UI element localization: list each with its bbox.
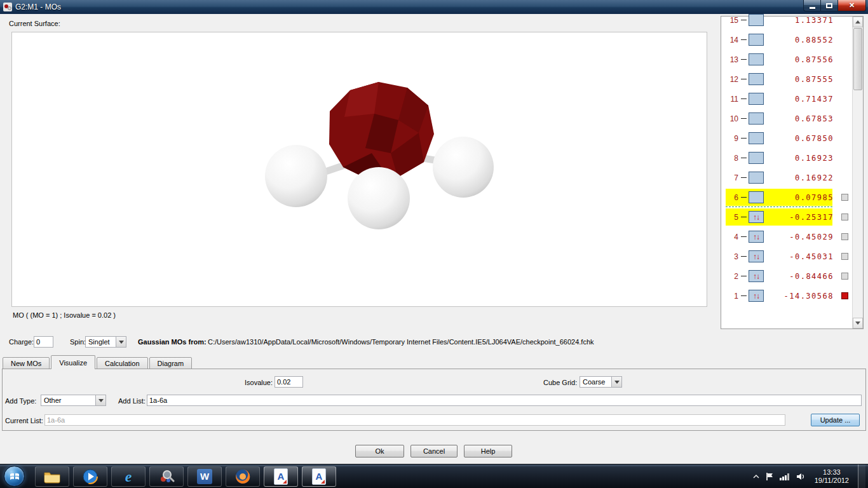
mo-row[interactable]: 2↑↓-0.84466 [721, 266, 852, 286]
mo-virtual-box[interactable] [749, 14, 764, 26]
mo-row[interactable]: 60.07985 [721, 187, 852, 207]
mo-scrollbar[interactable] [852, 17, 863, 329]
electron-pair-icon: ↑↓ [753, 214, 759, 221]
taskbar-item-utility[interactable] [149, 466, 184, 487]
taskbar-clock[interactable]: 13:33 19/11/2012 [815, 468, 849, 485]
mo-checkbox[interactable] [841, 292, 848, 299]
mo-virtual-box[interactable] [749, 191, 764, 203]
tab-calculation[interactable]: Calculation [97, 357, 147, 369]
taskbar-item-word[interactable]: W [187, 466, 222, 487]
mo-virtual-box[interactable] [749, 172, 764, 184]
chevron-down-icon [95, 395, 105, 405]
current-list-input[interactable] [44, 414, 785, 426]
mo-energy-value: 0.67850 [768, 134, 834, 143]
mo-virtual-box[interactable] [749, 112, 764, 125]
mo-occupied-box[interactable]: ↑↓ [749, 270, 764, 282]
charge-input[interactable] [34, 336, 53, 348]
help-button[interactable]: Help [464, 445, 512, 458]
mos-source-path: C:/Users/aw1310/AppData/Local/Microsoft/… [208, 338, 594, 346]
taskbar-item-document-app-1[interactable]: A [264, 466, 298, 487]
mo-row[interactable]: 5↑↓-0.25317 [721, 207, 852, 227]
mo-row[interactable]: 80.16923 [721, 148, 852, 168]
current-surface-label: Current Surface: [9, 20, 60, 27]
action-center-icon[interactable] [766, 472, 773, 481]
mo-row[interactable]: 90.67850 [721, 128, 852, 148]
add-list-label: Add List: [118, 397, 146, 405]
start-button[interactable] [4, 466, 25, 487]
mo-tick [741, 236, 747, 237]
mo-checkbox[interactable] [841, 273, 848, 280]
mo-virtual-box[interactable] [749, 73, 764, 85]
mo-number: 6 [727, 193, 738, 202]
arrow-down-icon [855, 322, 860, 325]
cancel-button[interactable]: Cancel [410, 445, 458, 458]
spin-select[interactable]: Singlet [85, 336, 126, 348]
mo-virtual-box[interactable] [749, 34, 764, 46]
taskbar-item-windows-explorer[interactable] [35, 466, 69, 487]
current-list-label: Current List: [5, 417, 43, 424]
cube-grid-select[interactable]: Coarse [580, 376, 622, 388]
scroll-down-button[interactable] [853, 318, 863, 329]
mo-checkbox[interactable] [841, 253, 848, 260]
mo-virtual-box[interactable] [749, 152, 764, 164]
mo-occupied-box[interactable]: ↑↓ [749, 231, 764, 243]
mo-row[interactable]: 100.67853 [721, 109, 852, 128]
mo-virtual-box[interactable] [749, 93, 764, 105]
mo-energy-value: -14.30568 [768, 292, 834, 301]
tab-new-mos[interactable]: New MOs [3, 357, 50, 369]
network-icon[interactable] [780, 473, 790, 480]
ok-button[interactable]: Ok [355, 445, 404, 458]
mo-row[interactable]: 140.88552 [721, 30, 852, 50]
mo-number: 2 [727, 272, 738, 281]
mo-occupied-box[interactable]: ↑↓ [749, 250, 764, 262]
mo-tick [741, 177, 747, 178]
mo-tick [741, 217, 747, 217]
mo-occupied-box[interactable]: ↑↓ [749, 211, 764, 223]
molecule-viewport[interactable] [11, 32, 707, 307]
mo-checkbox[interactable] [841, 214, 848, 220]
tab-diagram[interactable]: Diagram [149, 357, 193, 369]
spin-value: Singlet [86, 337, 116, 347]
mo-energy-value: -0.25317 [768, 213, 834, 222]
isovalue-input[interactable] [275, 376, 303, 388]
mo-row[interactable]: 110.71437 [721, 89, 852, 109]
clock-time: 13:33 [815, 468, 849, 477]
clock-date: 19/11/2012 [815, 477, 849, 485]
mo-energy-value: 0.07985 [768, 193, 834, 202]
taskbar-item-media-player[interactable] [73, 466, 107, 487]
taskbar-item-internet-explorer[interactable]: e [111, 466, 146, 487]
mo-virtual-box[interactable] [749, 53, 764, 65]
mo-row[interactable]: 130.87556 [721, 50, 852, 69]
scroll-up-button[interactable] [853, 17, 863, 27]
mo-number: 5 [727, 213, 738, 222]
folder-icon [44, 470, 60, 484]
mo-number: 11 [727, 95, 738, 104]
show-desktop-button[interactable] [858, 464, 865, 488]
taskbar-item-firefox[interactable] [226, 466, 260, 487]
chevron-up-icon [753, 474, 759, 479]
add-type-select[interactable]: Other [41, 395, 106, 406]
window-title: G2:M1 - MOs [15, 3, 61, 11]
volume-icon[interactable] [796, 473, 806, 480]
mo-tick [741, 20, 747, 20]
mo-checkbox[interactable] [841, 194, 848, 201]
scrollbar-thumb[interactable] [853, 28, 862, 90]
tab-visualize[interactable]: Visualize [51, 355, 95, 369]
mo-tick [741, 59, 747, 60]
mo-row[interactable]: 70.16922 [721, 168, 852, 187]
electron-pair-icon: ↑↓ [753, 253, 759, 261]
mo-occupied-box[interactable]: ↑↓ [749, 290, 764, 302]
add-list-input[interactable] [147, 395, 862, 406]
mo-row[interactable]: 4↑↓-0.45029 [721, 227, 852, 247]
mo-virtual-box[interactable] [749, 132, 764, 144]
show-hidden-icons-button[interactable] [753, 474, 759, 479]
mo-row[interactable]: 1↑↓-14.30568 [721, 286, 852, 306]
mo-row[interactable]: 120.87555 [721, 69, 852, 89]
mo-checkbox[interactable] [841, 233, 848, 240]
mo-row[interactable]: 151.13371 [721, 10, 852, 30]
taskbar-item-document-app-2[interactable]: A [302, 466, 336, 487]
mo-row[interactable]: 3↑↓-0.45031 [721, 247, 852, 266]
spin-label: Spin: [70, 338, 86, 346]
update-button[interactable]: Update ... [811, 414, 860, 426]
mos-from-label: Gaussian MOs from: [138, 338, 207, 346]
